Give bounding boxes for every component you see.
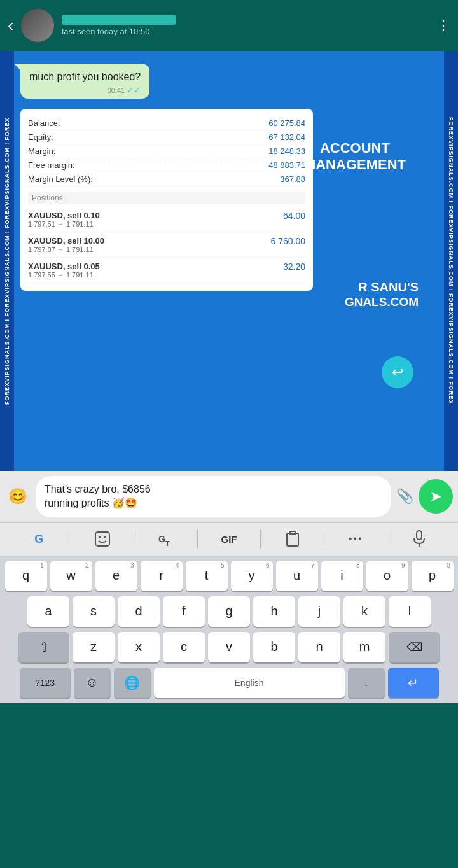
more-toolbar-button[interactable]: ••• [324, 522, 387, 556]
header-info: last seen today at 10:50 [62, 15, 429, 36]
keyboard-row-1: 1q 2w 3e 4r 5t 6y 7u 8i 9o 0p [3, 561, 455, 591]
svg-point-1 [99, 536, 101, 538]
keyboard-row-3: ⇧ z x c v b n m ⌫ [3, 632, 455, 662]
key-f[interactable]: f [163, 596, 205, 627]
mic-toolbar-button[interactable] [387, 522, 450, 556]
message-input-box[interactable]: That's crazy bro, $6856 running profits … [36, 476, 391, 517]
emoji-button[interactable]: 😊 [5, 484, 31, 509]
key-s[interactable]: s [73, 596, 114, 627]
chat-area: FOREXVIPSIGNALS.COM I FOREXVIPSIGNALS.CO… [0, 51, 458, 471]
key-i[interactable]: 8i [321, 561, 363, 591]
incoming-message-text: much profit you booked? [29, 70, 141, 84]
forward-button[interactable]: ↩ [382, 356, 413, 388]
space-key[interactable]: English [154, 668, 345, 698]
key-t[interactable]: 5t [186, 561, 228, 591]
key-w[interactable]: 2w [50, 561, 92, 591]
position-row-1: XAUUSD, sell 0.10 1 797.51 → 1 791.11 64… [28, 207, 305, 232]
key-g[interactable]: g [208, 596, 250, 627]
key-r[interactable]: 4r [141, 561, 183, 591]
key-a[interactable]: a [27, 596, 69, 627]
position-row-2: XAUUSD, sell 10.00 1 797.87 → 1 791.11 6… [28, 232, 305, 258]
message-input-area: 😊 That's crazy bro, $6856 running profit… [0, 471, 458, 522]
key-e[interactable]: 3e [95, 561, 137, 591]
key-z[interactable]: z [73, 632, 114, 662]
attach-button[interactable]: 📎 [396, 488, 413, 505]
svg-text:T: T [165, 540, 170, 547]
free-margin-row: Free margin: 48 883.71 [28, 158, 305, 172]
numbers-key[interactable]: ?123 [20, 668, 71, 698]
google-button[interactable]: G [8, 522, 71, 556]
key-q[interactable]: 1q [5, 561, 47, 591]
svg-point-2 [104, 536, 106, 538]
account-screenshot-bubble: Balance: 60 275.84 Equity: 67 132.04 Mar… [20, 109, 313, 291]
key-k[interactable]: k [344, 596, 385, 627]
contact-name [62, 15, 176, 25]
equity-row: Equity: 67 132.04 [28, 130, 305, 144]
keyboard-toolbar: G GT GIF ••• [0, 522, 458, 556]
shift-key[interactable]: ⇧ [18, 632, 69, 662]
globe-key[interactable]: 🌐 [114, 668, 151, 698]
key-b[interactable]: b [253, 632, 295, 662]
margin-row: Margin: 18 248.33 [28, 144, 305, 158]
margin-level-row: Margin Level (%): 367.88 [28, 172, 305, 186]
period-key[interactable]: . [348, 668, 385, 698]
key-p[interactable]: 0p [412, 561, 454, 591]
emoji-key[interactable]: ☺ [74, 668, 111, 698]
keyboard-row-4: ?123 ☺ 🌐 English . ↵ [3, 668, 455, 698]
read-ticks: ✓✓ [127, 85, 141, 95]
svg-text:G: G [158, 534, 165, 544]
backspace-key[interactable]: ⌫ [389, 632, 440, 662]
chat-header: ‹ last seen today at 10:50 ⋮ [0, 0, 458, 51]
translate-button[interactable]: GT [134, 522, 197, 556]
clipboard-button[interactable] [261, 522, 324, 556]
sticker-button[interactable] [71, 522, 134, 556]
keyboard-row-2: a s d f g h j k l [3, 596, 455, 627]
more-options-icon[interactable]: ⋮ [436, 17, 450, 34]
key-m[interactable]: m [344, 632, 385, 662]
key-d[interactable]: d [118, 596, 160, 627]
key-u[interactable]: 7u [276, 561, 318, 591]
key-v[interactable]: v [208, 632, 250, 662]
key-x[interactable]: x [118, 632, 160, 662]
incoming-message-bubble: much profit you booked? 00:41 ✓✓ [20, 64, 149, 99]
position-row-3: XAUUSD, sell 0.05 1 797.55 → 1 791.11 32… [28, 258, 305, 283]
last-seen-status: last seen today at 10:50 [62, 27, 429, 36]
back-button[interactable]: ‹ [8, 15, 13, 36]
send-button[interactable]: ➤ [419, 479, 453, 514]
key-n[interactable]: n [298, 632, 340, 662]
svg-rect-7 [417, 531, 422, 540]
key-h[interactable]: h [253, 596, 295, 627]
key-o[interactable]: 9o [366, 561, 408, 591]
key-l[interactable]: l [389, 596, 431, 627]
messages-container: much profit you booked? 00:41 ✓✓ Balance… [0, 51, 458, 471]
balance-row: Balance: 60 275.84 [28, 116, 305, 130]
message-input-text: That's crazy bro, $6856 running profits … [45, 482, 151, 511]
enter-key[interactable]: ↵ [388, 668, 439, 698]
key-j[interactable]: j [298, 596, 340, 627]
incoming-message-time: 00:41 ✓✓ [29, 85, 141, 95]
key-c[interactable]: c [163, 632, 205, 662]
keyboard: 1q 2w 3e 4r 5t 6y 7u 8i 9o 0p a s d f g … [0, 556, 458, 703]
svg-rect-0 [95, 532, 109, 546]
avatar [21, 9, 54, 42]
key-y[interactable]: 6y [231, 561, 273, 591]
gif-button[interactable]: GIF [198, 522, 261, 556]
positions-header: Positions [28, 192, 305, 204]
